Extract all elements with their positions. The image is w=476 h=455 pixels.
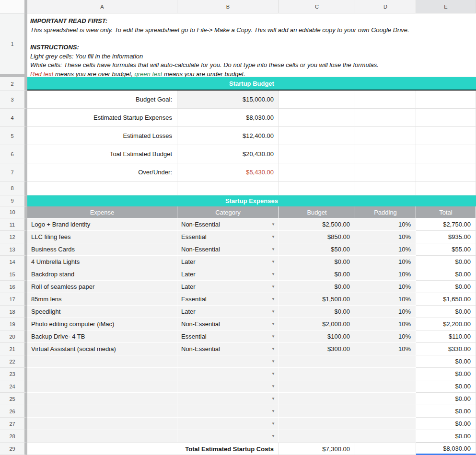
expense-name-cell[interactable]: LLC filing fees <box>27 231 177 243</box>
total-value-cell[interactable]: $0.00 <box>416 405 476 418</box>
empty-cell[interactable] <box>279 127 355 145</box>
dropdown-arrow-icon[interactable]: ▼ <box>271 409 275 413</box>
empty-cell[interactable] <box>355 182 416 195</box>
category-dropdown-cell[interactable]: Non-Essential ▼ <box>177 343 279 355</box>
total-value-cell[interactable]: $0.00 <box>416 368 476 380</box>
total-value-cell[interactable]: $0.00 <box>416 306 476 318</box>
expense-name-cell[interactable] <box>27 393 177 405</box>
budget-value-cell[interactable]: $850.00 <box>279 231 355 243</box>
dropdown-arrow-icon[interactable]: ▼ <box>271 372 275 375</box>
column-header-b[interactable]: B <box>177 0 279 13</box>
dropdown-arrow-icon[interactable]: ▼ <box>271 347 275 351</box>
padding-column-label[interactable]: Padding <box>355 206 416 218</box>
budget-value-cell[interactable]: $0.00 <box>279 256 355 268</box>
empty-cell[interactable] <box>416 163 476 182</box>
padding-value-cell[interactable]: 10% <box>355 330 416 343</box>
empty-cell[interactable] <box>279 163 355 182</box>
totals-budget-cell[interactable]: $7,300.00 <box>279 443 355 455</box>
budget-value-cell[interactable]: $2,000.00 <box>279 318 355 330</box>
row-header[interactable]: 26 <box>0 405 27 418</box>
category-dropdown-cell[interactable]: ▼ <box>177 418 279 430</box>
row-header[interactable]: 22 <box>0 355 27 368</box>
budget-value-cell[interactable] <box>279 430 355 443</box>
empty-cell[interactable] <box>279 109 355 127</box>
row-header[interactable]: 25 <box>0 393 27 405</box>
total-value-cell[interactable]: $0.00 <box>416 281 476 293</box>
padding-value-cell[interactable]: 10% <box>355 218 416 231</box>
budget-value-cell[interactable] <box>279 418 355 430</box>
empty-cell[interactable] <box>416 182 476 195</box>
expense-name-cell[interactable] <box>27 368 177 380</box>
budget-label-cell[interactable]: Estimated Losses <box>27 127 177 145</box>
category-dropdown-cell[interactable]: ▼ <box>177 405 279 418</box>
dropdown-arrow-icon[interactable]: ▼ <box>271 397 275 400</box>
empty-cell[interactable] <box>177 182 279 195</box>
row-header[interactable]: 4 <box>0 109 27 127</box>
budget-value-cell[interactable] <box>279 393 355 405</box>
row-header[interactable]: 16 <box>0 281 27 293</box>
expense-name-cell[interactable] <box>27 405 177 418</box>
budget-value-cell[interactable]: $0.00 <box>279 281 355 293</box>
row-header-10[interactable]: 10 <box>0 206 27 218</box>
total-value-cell[interactable]: $0.00 <box>416 430 476 443</box>
total-value-cell[interactable]: $0.00 <box>416 393 476 405</box>
row-header[interactable]: 18 <box>0 306 27 318</box>
category-dropdown-cell[interactable]: ▼ <box>177 355 279 368</box>
expense-name-cell[interactable] <box>27 418 177 430</box>
padding-value-cell[interactable] <box>355 430 416 443</box>
padding-value-cell[interactable]: 10% <box>355 281 416 293</box>
row-header-2[interactable]: 2 <box>0 77 27 91</box>
budget-value-cell[interactable] <box>279 380 355 393</box>
row-header[interactable]: 28 <box>0 430 27 443</box>
expense-name-cell[interactable] <box>27 380 177 393</box>
empty-cell[interactable] <box>416 145 476 163</box>
category-dropdown-cell[interactable]: Later ▼ <box>177 281 279 293</box>
dropdown-arrow-icon[interactable]: ▼ <box>271 222 275 226</box>
total-column-label[interactable]: Total <box>416 206 476 218</box>
category-dropdown-cell[interactable]: ▼ <box>177 430 279 443</box>
total-value-cell[interactable]: $0.00 <box>416 355 476 368</box>
totals-padding-cell[interactable] <box>355 443 416 455</box>
row-header[interactable]: 7 <box>0 163 27 182</box>
column-header-d[interactable]: D <box>355 0 416 13</box>
padding-value-cell[interactable]: 10% <box>355 318 416 330</box>
padding-value-cell[interactable]: 10% <box>355 256 416 268</box>
category-dropdown-cell[interactable]: Essential ▼ <box>177 330 279 343</box>
expense-name-cell[interactable] <box>27 430 177 443</box>
row-header[interactable]: 19 <box>0 318 27 330</box>
empty-cell[interactable] <box>416 109 476 127</box>
total-value-cell[interactable]: $110.00 <box>416 330 476 343</box>
expense-name-cell[interactable]: Photo editing computer (iMac) <box>27 318 177 330</box>
padding-value-cell[interactable]: 10% <box>355 243 416 256</box>
padding-value-cell[interactable] <box>355 368 416 380</box>
category-dropdown-cell[interactable]: ▼ <box>177 380 279 393</box>
dropdown-arrow-icon[interactable]: ▼ <box>271 434 275 438</box>
budget-label-cell[interactable]: Estimated Startup Expenses <box>27 109 177 127</box>
total-value-cell[interactable]: $55.00 <box>416 243 476 256</box>
totals-label-cell[interactable]: Total Estimated Startup Costs <box>27 443 279 455</box>
category-dropdown-cell[interactable]: Non-Essential ▼ <box>177 318 279 330</box>
budget-value-cell[interactable]: $20,430.00 <box>177 145 279 163</box>
total-value-cell[interactable]: $1,650.00 <box>416 293 476 306</box>
empty-cell[interactable] <box>27 182 177 195</box>
budget-label-cell[interactable]: Over/Under: <box>27 163 177 182</box>
row-header[interactable]: 23 <box>0 368 27 380</box>
empty-cell[interactable] <box>279 182 355 195</box>
expenses-section-title[interactable]: Startup Expenses <box>27 195 476 206</box>
expense-name-cell[interactable]: Speedlight <box>27 306 177 318</box>
padding-value-cell[interactable]: 10% <box>355 231 416 243</box>
row-header-8[interactable]: 8 <box>0 182 27 195</box>
padding-value-cell[interactable]: 10% <box>355 268 416 281</box>
dropdown-arrow-icon[interactable]: ▼ <box>271 384 275 388</box>
column-header-a[interactable]: A <box>27 0 177 13</box>
row-header[interactable]: 24 <box>0 380 27 393</box>
budget-value-cell[interactable] <box>279 355 355 368</box>
expense-name-cell[interactable]: 4 Umbrella Lights <box>27 256 177 268</box>
row-header[interactable]: 27 <box>0 418 27 430</box>
total-value-cell[interactable]: $0.00 <box>416 380 476 393</box>
dropdown-arrow-icon[interactable]: ▼ <box>271 421 275 425</box>
empty-cell[interactable] <box>355 163 416 182</box>
row-header[interactable]: 11 <box>0 218 27 231</box>
row-header[interactable]: 3 <box>0 91 27 109</box>
budget-value-cell[interactable]: $12,400.00 <box>177 127 279 145</box>
